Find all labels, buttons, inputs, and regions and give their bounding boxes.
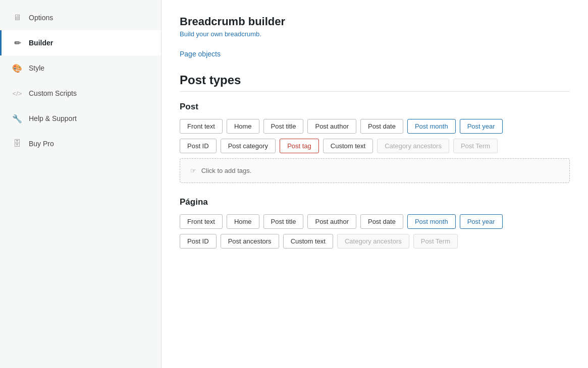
- post-title-btn[interactable]: Post title: [263, 119, 304, 134]
- builder-icon: ✏: [12, 37, 23, 48]
- post-front-text-btn[interactable]: Front text: [180, 119, 223, 134]
- pagina-year-btn[interactable]: Post year: [460, 214, 503, 229]
- pagina-tag-row-2: Post ID Post ancestors Custom text Categ…: [180, 234, 570, 249]
- pagina-date-btn[interactable]: Post date: [360, 214, 403, 229]
- pagina-front-text-btn[interactable]: Front text: [180, 214, 223, 229]
- post-date-btn[interactable]: Post date: [360, 119, 403, 134]
- pagina-title-btn[interactable]: Post title: [263, 214, 304, 229]
- pagina-section: Página Front text Home Post title Post a…: [180, 197, 570, 249]
- sidebar-item-label: Builder: [29, 39, 53, 47]
- drop-zone-label: Click to add tags.: [201, 167, 252, 174]
- post-home-btn[interactable]: Home: [227, 119, 259, 134]
- post-custom-text-btn[interactable]: Custom text: [323, 139, 373, 153]
- sidebar-item-label: Options: [29, 14, 53, 22]
- custom-scripts-icon: </>: [12, 88, 23, 99]
- page-subtitle: Build your own breadcrumb.: [180, 30, 570, 38]
- help-support-icon: 🔧: [12, 113, 23, 124]
- sidebar-item-style[interactable]: 🎨 Style: [0, 55, 161, 81]
- page-objects-link[interactable]: Page objects: [180, 50, 570, 58]
- post-types-heading: Post types: [180, 73, 570, 92]
- sidebar-item-options[interactable]: 🖥 Options: [0, 5, 161, 30]
- sidebar: 🖥 Options ✏ Builder 🎨 Style </> Custom S…: [0, 0, 162, 368]
- post-section: Post Front text Home Post title Post aut…: [180, 102, 570, 183]
- post-tag-row-1: Front text Home Post title Post author P…: [180, 119, 570, 134]
- hand-pointer-icon: ☞: [190, 167, 196, 174]
- sidebar-item-label: Buy Pro: [29, 140, 54, 148]
- post-category-ancestors-btn: Category ancestors: [377, 139, 449, 153]
- sidebar-item-help-support[interactable]: 🔧 Help & Support: [0, 106, 161, 131]
- post-tag-btn[interactable]: Post tag: [280, 139, 319, 153]
- pagina-tag-row-1: Front text Home Post title Post author P…: [180, 214, 570, 229]
- sidebar-item-builder[interactable]: ✏ Builder: [0, 30, 161, 55]
- options-icon: 🖥: [12, 12, 23, 23]
- post-term-btn: Post Term: [453, 139, 498, 153]
- buy-pro-icon: 🗄: [12, 138, 23, 149]
- page-header: Breadcrumb builder Build your own breadc…: [180, 15, 570, 38]
- page-title: Breadcrumb builder: [180, 15, 570, 28]
- sidebar-item-label: Style: [29, 64, 44, 72]
- pagina-section-heading: Página: [180, 197, 570, 207]
- post-month-btn[interactable]: Post month: [407, 119, 456, 134]
- post-drop-zone[interactable]: ☞ Click to add tags.: [180, 158, 570, 183]
- style-icon: 🎨: [12, 63, 23, 74]
- pagina-custom-text-btn[interactable]: Custom text: [283, 234, 333, 249]
- pagina-category-ancestors-btn: Category ancestors: [337, 234, 409, 249]
- main-content: Breadcrumb builder Build your own breadc…: [162, 0, 588, 368]
- pagina-term-btn: Post Term: [413, 234, 458, 249]
- sidebar-item-label: Custom Scripts: [29, 89, 77, 97]
- post-section-heading: Post: [180, 102, 570, 112]
- pagina-ancestors-btn[interactable]: Post ancestors: [221, 234, 279, 249]
- post-author-btn[interactable]: Post author: [307, 119, 356, 134]
- sidebar-item-label: Help & Support: [29, 114, 77, 122]
- post-category-btn[interactable]: Post category: [221, 139, 276, 153]
- sidebar-item-buy-pro[interactable]: 🗄 Buy Pro: [0, 131, 161, 156]
- post-tag-row-2: Post ID Post category Post tag Custom te…: [180, 139, 570, 153]
- pagina-home-btn[interactable]: Home: [227, 214, 259, 229]
- pagina-id-btn[interactable]: Post ID: [180, 234, 217, 249]
- post-id-btn[interactable]: Post ID: [180, 139, 217, 153]
- pagina-author-btn[interactable]: Post author: [307, 214, 356, 229]
- post-year-btn[interactable]: Post year: [460, 119, 503, 134]
- pagina-month-btn[interactable]: Post month: [407, 214, 456, 229]
- sidebar-item-custom-scripts[interactable]: </> Custom Scripts: [0, 81, 161, 106]
